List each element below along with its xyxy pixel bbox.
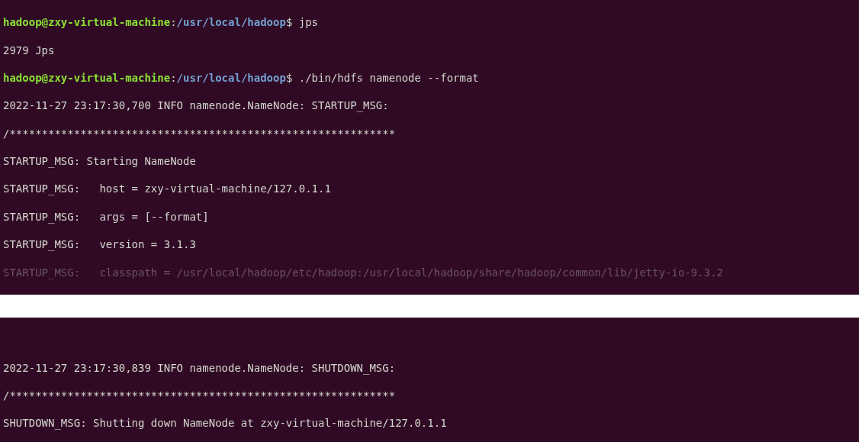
prompt-line: hadoop@zxy-virtual-machine:/usr/local/ha… — [3, 71, 856, 85]
output-line: /***************************************… — [3, 127, 856, 140]
output-line: SHUTDOWN_MSG: Shutting down NameNode at … — [3, 416, 856, 430]
output-line: 2979 Jps — [3, 44, 856, 57]
prompt-path: /usr/local/hadoop — [177, 16, 286, 28]
output-line: 2022-11-27 23:17:30,700 INFO namenode.Na… — [3, 98, 856, 112]
prompt-line: hadoop@zxy-virtual-machine:/usr/local/ha… — [3, 15, 856, 29]
output-line — [3, 333, 856, 347]
output-line: /***************************************… — [3, 389, 856, 402]
output-line: STARTUP_MSG: classpath = /usr/local/hado… — [3, 266, 856, 279]
output-line: STARTUP_MSG: args = [--format] — [3, 210, 856, 224]
output-line: STARTUP_MSG: version = 3.1.3 — [3, 237, 856, 251]
output-line: STARTUP_MSG: Starting NameNode — [3, 154, 856, 168]
command-text: jps — [299, 16, 318, 28]
output-line: STARTUP_MSG: host = zxy-virtual-machine/… — [3, 182, 856, 195]
terminal-window-2[interactable]: 2022-11-27 23:17:30,839 INFO namenode.Na… — [0, 318, 859, 442]
output-line: 2022-11-27 23:17:30,839 INFO namenode.Na… — [3, 361, 856, 375]
command-text: ./bin/hdfs namenode --format — [299, 72, 479, 84]
prompt-user: hadoop@zxy-virtual-machine — [3, 16, 170, 28]
terminal-window-1[interactable]: hadoop@zxy-virtual-machine:/usr/local/ha… — [0, 0, 859, 295]
